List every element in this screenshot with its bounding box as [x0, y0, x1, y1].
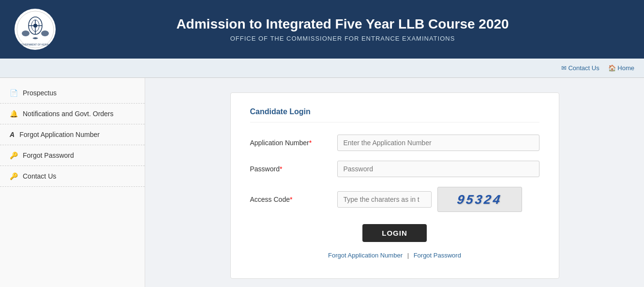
- app-number-icon: A: [10, 131, 15, 138]
- content-area: Candidate Login Application Number* Pass…: [145, 78, 644, 287]
- captcha-value: 95324: [456, 192, 503, 207]
- sidebar-item-notifications-label: Notifications and Govt. Orders: [23, 110, 114, 118]
- envelope-icon: ✉: [561, 64, 569, 72]
- key-icon: 🔑: [10, 151, 18, 159]
- password-input[interactable]: [337, 161, 539, 177]
- header-subtitle: OFFICE OF THE COMMISSIONER FOR ENTRANCE …: [56, 35, 629, 42]
- svg-point-7: [41, 30, 49, 36]
- application-number-input[interactable]: [337, 135, 539, 151]
- access-code-label: Access Code*: [250, 196, 337, 203]
- login-button[interactable]: LOGIN: [362, 224, 427, 242]
- sidebar-item-prospectus[interactable]: 📄 Prospectus: [0, 83, 145, 104]
- login-card-title: Candidate Login: [250, 107, 539, 122]
- password-row: Password*: [250, 161, 539, 177]
- svg-point-6: [22, 30, 30, 36]
- login-card: Candidate Login Application Number* Pass…: [230, 92, 559, 279]
- link-separator: |: [407, 252, 409, 259]
- bell-icon: 🔔: [10, 110, 18, 118]
- sidebar-item-forgot-appnum-label: Forgot Application Number: [19, 131, 100, 138]
- svg-text:GOVERNMENT OF KERALA: GOVERNMENT OF KERALA: [19, 43, 51, 46]
- nav-home[interactable]: 🏠 Home: [608, 64, 634, 72]
- forgot-appnum-link[interactable]: Forgot Application Number: [328, 252, 403, 259]
- document-icon: 📄: [10, 89, 18, 97]
- application-number-label: Application Number*: [250, 139, 337, 147]
- main-layout: 📄 Prospectus 🔔 Notifications and Govt. O…: [0, 78, 644, 287]
- sidebar: 📄 Prospectus 🔔 Notifications and Govt. O…: [0, 78, 145, 287]
- access-code-input[interactable]: [337, 191, 432, 208]
- sidebar-item-contact-us[interactable]: 🔑 Contact Us: [0, 166, 145, 187]
- login-button-row: LOGIN: [250, 224, 539, 242]
- sidebar-item-contact-label: Contact Us: [23, 172, 56, 180]
- sidebar-item-forgot-password[interactable]: 🔑 Forgot Password: [0, 145, 145, 166]
- header-title-block: Admission to Integrated Five Year LLB Co…: [56, 16, 629, 42]
- logo: GOVERNMENT OF KERALA: [15, 9, 56, 50]
- captcha-image: 95324: [437, 187, 522, 212]
- contact-key-icon: 🔑: [10, 172, 18, 180]
- home-icon: 🏠: [608, 64, 618, 72]
- header: GOVERNMENT OF KERALA Admission to Integr…: [0, 0, 644, 59]
- nav-contact-us-label: Contact Us: [568, 64, 599, 72]
- application-number-row: Application Number*: [250, 135, 539, 151]
- header-main-title: Admission to Integrated Five Year LLB Co…: [56, 16, 629, 32]
- nav-contact-us[interactable]: ✉ Contact Us: [561, 64, 599, 72]
- footer-links: Forgot Application Number | Forgot Passw…: [250, 252, 539, 259]
- forgot-password-link[interactable]: Forgot Password: [414, 252, 461, 259]
- password-label: Password*: [250, 165, 337, 173]
- nav-bar: ✉ Contact Us 🏠 Home: [0, 59, 644, 78]
- sidebar-item-forgot-appnum[interactable]: A Forgot Application Number: [0, 124, 145, 145]
- access-code-row: Access Code* 95324: [250, 187, 539, 212]
- sidebar-item-notifications[interactable]: 🔔 Notifications and Govt. Orders: [0, 104, 145, 124]
- svg-point-5: [33, 24, 37, 28]
- sidebar-item-prospectus-label: Prospectus: [23, 89, 57, 97]
- nav-home-label: Home: [617, 64, 634, 72]
- sidebar-item-forgot-password-label: Forgot Password: [23, 151, 74, 159]
